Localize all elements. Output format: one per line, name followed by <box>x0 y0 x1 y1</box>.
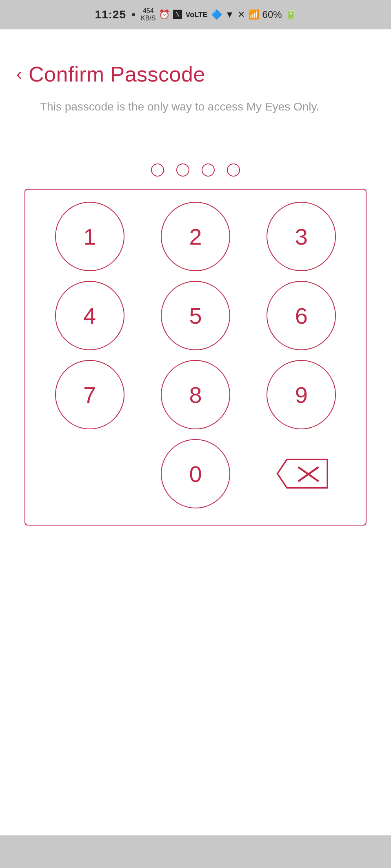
key-5[interactable]: 5 <box>161 281 230 350</box>
key-2[interactable]: 2 <box>161 202 230 271</box>
key-8[interactable]: 8 <box>161 360 230 429</box>
passcode-dot-4 <box>227 163 240 177</box>
key-empty-slot <box>55 439 124 508</box>
passcode-dot-2 <box>176 163 189 177</box>
keypad-wrapper: 1 2 3 4 5 6 7 8 9 0 <box>24 189 367 526</box>
keypad-bottom-row: 0 <box>42 439 349 508</box>
status-icons: 454KB/S ⏰ 🅽 VoLTE 🔷 ▼ ✕ 📶 60% 🔋 <box>141 7 296 22</box>
page-title: Confirm Passcode <box>29 62 205 86</box>
subtitle-text: This passcode is the only way to access … <box>40 99 375 115</box>
bottom-nav-bar <box>0 835 391 868</box>
passcode-dots <box>16 163 375 177</box>
key-4[interactable]: 4 <box>55 281 124 350</box>
battery-indicator: 60% <box>262 9 282 20</box>
volte-icon: VoLTE <box>185 11 207 19</box>
key-delete-button[interactable] <box>273 457 330 490</box>
nfc-icon: 🅽 <box>173 9 182 20</box>
delete-icon <box>273 457 330 490</box>
main-content: ‹ Confirm Passcode This passcode is the … <box>0 29 391 835</box>
wifi-icon: ✕ <box>238 9 245 20</box>
key-0[interactable]: 0 <box>161 439 230 508</box>
status-bar: 11:25 454KB/S ⏰ 🅽 VoLTE 🔷 ▼ ✕ 📶 60% 🔋 <box>0 0 391 29</box>
keypad-grid-top: 1 2 3 4 5 6 7 8 9 <box>42 202 349 429</box>
network-icon: 📶 <box>248 9 259 20</box>
header: ‹ Confirm Passcode <box>16 62 375 86</box>
key-7[interactable]: 7 <box>55 360 124 429</box>
notification-dot <box>132 13 135 16</box>
battery-icon: 🔋 <box>285 9 296 20</box>
signal-icon: ▼ <box>225 9 234 20</box>
key-6[interactable]: 6 <box>267 281 336 350</box>
back-button[interactable]: ‹ <box>16 66 22 83</box>
key-3[interactable]: 3 <box>267 202 336 271</box>
bluetooth-icon: 🔷 <box>211 9 222 20</box>
passcode-dot-3 <box>202 163 215 177</box>
kb-indicator: 454KB/S <box>141 7 156 22</box>
alarm-icon: ⏰ <box>159 9 170 20</box>
passcode-dot-1 <box>151 163 164 177</box>
key-1[interactable]: 1 <box>55 202 124 271</box>
key-9[interactable]: 9 <box>267 360 336 429</box>
status-time: 11:25 <box>95 8 126 21</box>
key-delete-wrapper <box>267 439 336 508</box>
